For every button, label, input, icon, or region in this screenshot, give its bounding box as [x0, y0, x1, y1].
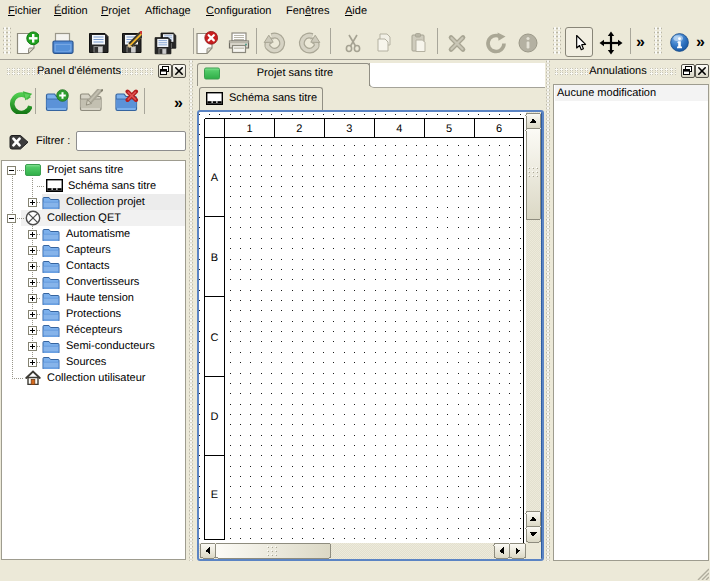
svg-text:1: 1: [246, 123, 252, 135]
svg-text:C: C: [211, 332, 219, 344]
svg-text:3: 3: [346, 123, 352, 135]
svg-text:D: D: [211, 411, 219, 423]
svg-text:B: B: [211, 252, 218, 264]
svg-text:4: 4: [396, 123, 402, 135]
svg-text:2: 2: [296, 123, 302, 135]
svg-text:A: A: [211, 172, 219, 184]
svg-text:5: 5: [446, 123, 452, 135]
svg-text:6: 6: [496, 123, 502, 135]
svg-text:E: E: [211, 489, 218, 501]
